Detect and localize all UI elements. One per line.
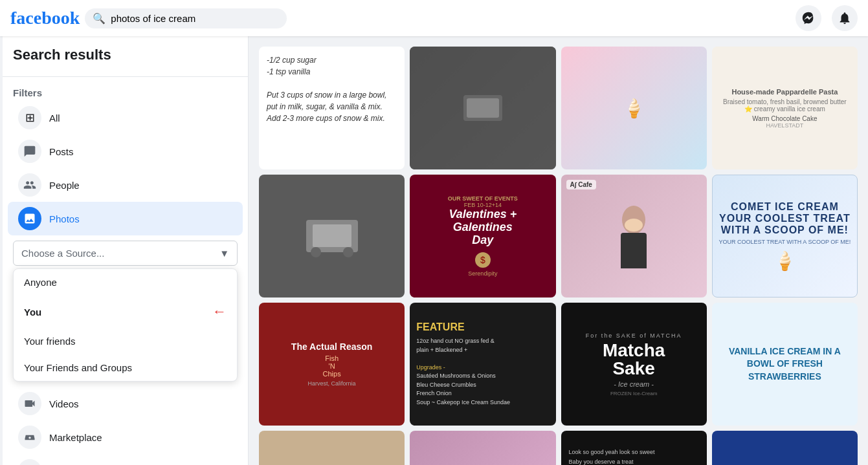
svg-point-5 <box>343 247 353 257</box>
photos-icon <box>18 207 41 230</box>
photo-results: -1/2 cup sugar-1 tsp vanillaPut 3 cups o… <box>249 36 868 465</box>
source-anyone-label: Anyone <box>24 277 57 288</box>
svg-rect-1 <box>467 98 499 118</box>
filter-pages[interactable]: Pages <box>8 454 243 465</box>
search-input[interactable] <box>111 13 279 24</box>
valentines-title: Valentines +GalentinesDay <box>449 208 517 246</box>
source-you-label: You <box>24 307 41 318</box>
vanilla-title: VANILLA ICE CREAM IN A BOWL OF FRESH STR… <box>722 345 847 384</box>
svg-rect-3 <box>313 224 351 247</box>
topbar: facebook 🔍 <box>0 0 868 36</box>
svg-point-4 <box>311 247 321 257</box>
dark-text-content: Look so good yeah look so sweet Baby you… <box>569 448 689 465</box>
photo-cell-birthday[interactable]: 🎈🎈 PUNGO IT'S OUR Birthday Celebrate 35 … <box>712 431 858 465</box>
search-results-title: Search results <box>3 47 248 71</box>
filter-photos[interactable]: Photos <box>8 202 243 235</box>
matcha-title: MatchaSake <box>603 341 665 378</box>
source-friends-label: Your friends <box>24 336 76 347</box>
comet-title: COMET ICE CREAM YOUR COOLEST TREAT WITH … <box>718 201 852 236</box>
photo-cell-red-truck[interactable]: The Actual Reason Fish'NChips Harvest, C… <box>259 303 405 426</box>
photo-cell-matcha[interactable]: For the SAKE of MATCHA MatchaSake - Ice … <box>561 303 707 426</box>
posts-icon <box>18 140 41 163</box>
source-option-friends-groups[interactable]: Your Friends and Groups <box>14 354 237 381</box>
filter-all[interactable]: ⊞ All <box>8 101 243 135</box>
search-icon: 🔍 <box>93 12 106 25</box>
photo-cell-person[interactable]: A∫ Cafe <box>561 175 707 297</box>
photo-cell-vendor[interactable] <box>410 47 555 169</box>
feature-title: FEATURE <box>416 321 464 333</box>
svg-rect-8 <box>621 233 647 268</box>
svg-point-7 <box>625 219 643 232</box>
photo-cell-feature[interactable]: FEATURE 12oz hand cut NO grass fed &plai… <box>410 303 555 426</box>
search-bar[interactable]: 🔍 <box>85 8 287 28</box>
source-dropdown-menu: Anyone You ← Your friends Your Friends a… <box>13 268 238 382</box>
filter-marketplace[interactable]: Marketplace <box>8 420 243 454</box>
photo-cell-valentines[interactable]: OUR SWEET OF EVENTS FEB 10-12+14 Valenti… <box>410 175 555 297</box>
filter-posts[interactable]: Posts <box>8 135 243 168</box>
filter-posts-label: Posts <box>49 146 74 157</box>
main-layout: Search results Filters ⊞ All Posts Peopl… <box>0 36 868 465</box>
photo-cell-pink[interactable]: 🍦 <box>561 47 707 169</box>
valentines-header: OUR SWEET OF EVENTS <box>448 195 518 202</box>
photo-row-3: The Actual Reason Fish'NChips Harvest, C… <box>259 303 858 426</box>
people-icon <box>18 173 41 197</box>
pages-icon <box>18 459 41 465</box>
source-dropdown-wrapper: Choose a Source... ▼ Anyone You ← Your f… <box>3 235 248 387</box>
filter-photos-label: Photos <box>49 213 80 224</box>
source-option-friends[interactable]: Your friends <box>14 328 237 354</box>
all-icon: ⊞ <box>18 106 41 129</box>
photo-row-1: -1/2 cup sugar-1 tsp vanillaPut 3 cups o… <box>259 47 858 169</box>
notifications-icon[interactable] <box>832 5 858 31</box>
recipe-text: -1/2 cup sugar-1 tsp vanillaPut 3 cups o… <box>267 54 397 124</box>
divider-top <box>3 76 248 77</box>
red-arrow-icon: ← <box>212 303 227 320</box>
topbar-icons <box>796 5 858 31</box>
source-dropdown-label: Choose a Source... <box>21 248 104 259</box>
filters-label: Filters <box>3 82 248 101</box>
filter-people[interactable]: People <box>8 168 243 202</box>
source-friends-groups-label: Your Friends and Groups <box>24 362 132 373</box>
photo-row-2: OUR SWEET OF EVENTS FEB 10-12+14 Valenti… <box>259 175 858 297</box>
chevron-down-icon: ▼ <box>219 248 229 259</box>
photo-cell-dark-text[interactable]: Look so good yeah look so sweet Baby you… <box>561 431 707 465</box>
filter-people-label: People <box>49 180 80 191</box>
source-option-you[interactable]: You ← <box>14 296 237 328</box>
source-option-anyone[interactable]: Anyone <box>14 269 237 296</box>
photo-cell-street-truck[interactable] <box>259 175 405 297</box>
photo-cell-food[interactable]: House-made Pappardelle Pasta Braised tom… <box>712 47 858 169</box>
filter-marketplace-label: Marketplace <box>49 432 102 443</box>
photo-cell-dog[interactable]: 🐕 <box>410 431 555 465</box>
photo-cell-recipe[interactable]: -1/2 cup sugar-1 tsp vanillaPut 3 cups o… <box>259 47 405 169</box>
marketplace-icon <box>18 426 41 449</box>
photo-cell-comet[interactable]: COMET ICE CREAM YOUR COOLEST TREAT WITH … <box>712 175 858 297</box>
facebook-logo: facebook <box>10 8 80 28</box>
photo-cell-store[interactable]: CRUNCHY GOLD DISCOVER OUR LA... INDULGEN… <box>259 431 405 465</box>
videos-icon <box>18 392 41 415</box>
photo-row-4: CRUNCHY GOLD DISCOVER OUR LA... INDULGEN… <box>259 431 858 465</box>
filter-videos-label: Videos <box>49 398 79 409</box>
filter-all-label: All <box>49 113 60 124</box>
photo-cell-vanilla[interactable]: VANILLA ICE CREAM IN A BOWL OF FRESH STR… <box>712 303 858 426</box>
sidebar: Search results Filters ⊞ All Posts Peopl… <box>3 36 249 465</box>
messenger-icon[interactable] <box>796 5 821 31</box>
source-dropdown-trigger[interactable]: Choose a Source... ▼ <box>13 241 238 266</box>
filter-videos[interactable]: Videos <box>8 387 243 420</box>
